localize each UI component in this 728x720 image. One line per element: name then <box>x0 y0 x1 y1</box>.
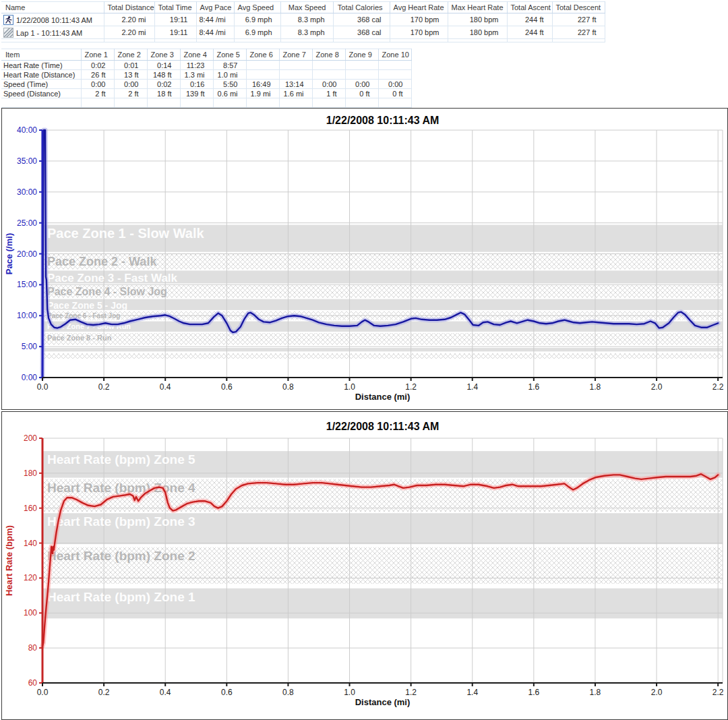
value-cell: 170 bpm <box>390 26 448 39</box>
x-tick-label: 1.6 <box>528 688 540 697</box>
value-cell: 2.20 mi <box>104 26 154 39</box>
table-row[interactable]: Speed (Time)0:000:000:020:165:5016:4913:… <box>1 80 411 89</box>
value-cell <box>345 70 378 80</box>
y-tick-label: 160 <box>24 504 37 513</box>
zone-band <box>42 353 723 359</box>
column-header[interactable]: Total Descent <box>552 2 605 13</box>
value-cell: 0:16 <box>180 80 213 89</box>
zones-table: ItemZone 1Zone 2Zone 3Zone 4Zone 5Zone 6… <box>1 49 412 108</box>
y-tick-label: 0:00 <box>22 373 38 382</box>
value-cell <box>279 61 312 70</box>
row-label-cell: Heart Rate (Distance) <box>1 70 81 80</box>
zone-label: Pace Zone 3 - Fast Walk <box>47 272 178 284</box>
x-tick-label: 2.2 <box>712 688 724 697</box>
value-cell: 0 ft <box>378 89 411 98</box>
column-header[interactable]: Zone 4 <box>180 49 213 61</box>
value-cell: 16:49 <box>246 80 279 89</box>
column-header[interactable]: Max Speed <box>280 2 333 13</box>
y-axis-label: Heart Rate (bpm) <box>4 525 14 596</box>
value-cell: 8.3 mph <box>280 13 333 26</box>
zone-label: Pace Zone 8 - Run <box>47 334 112 342</box>
zone-label: Heart Rate (bpm) Zone 3 <box>47 514 195 529</box>
value-cell: 0:02 <box>147 80 180 89</box>
column-header[interactable]: Zone 8 <box>312 49 345 61</box>
value-cell: 11:23 <box>180 61 213 70</box>
column-header[interactable]: Name <box>1 2 104 13</box>
value-cell: 0 ft <box>345 89 378 98</box>
y-tick-label: 20:00 <box>17 249 37 259</box>
value-cell: 0:00 <box>345 80 378 89</box>
column-header[interactable]: Zone 3 <box>147 49 180 61</box>
value-cell: 1 ft <box>312 89 345 98</box>
value-cell: 368 cal <box>333 26 390 39</box>
column-header[interactable]: Total Distance <box>104 2 154 13</box>
column-header[interactable]: Total Ascent <box>507 2 552 13</box>
column-header[interactable]: Item <box>1 49 81 61</box>
value-cell: 1.3 mi <box>180 70 213 80</box>
value-cell: 139 ft <box>180 89 213 98</box>
column-header[interactable]: Zone 9 <box>345 49 378 61</box>
empty-row <box>1 98 411 108</box>
value-cell <box>378 61 411 70</box>
value-cell: 0:02 <box>81 61 114 70</box>
value-cell: 180 bpm <box>448 13 507 26</box>
value-cell: 6.9 mph <box>234 13 280 26</box>
column-header[interactable]: Zone 1 <box>81 49 114 61</box>
table-row[interactable]: 1/22/2008 10:11:43 AM2.20 mi19:118:44 /m… <box>1 13 605 26</box>
value-cell: 244 ft <box>507 26 552 39</box>
column-header[interactable]: Zone 5 <box>213 49 246 61</box>
value-cell: 1.0 mi <box>213 70 246 80</box>
y-tick-label: 80 <box>28 643 38 653</box>
value-cell: 0:01 <box>114 61 147 70</box>
value-cell <box>279 70 312 80</box>
column-header[interactable]: Avg Pace <box>196 2 234 13</box>
table-row[interactable]: Heart Rate (Time)0:020:010:1411:238:57 <box>1 61 411 70</box>
x-tick-label: 1.4 <box>466 382 478 392</box>
value-cell: 1.9 mi <box>246 89 279 98</box>
x-tick-label: 1.6 <box>528 382 540 392</box>
runner-icon <box>3 15 13 25</box>
value-cell: 227 ft <box>552 13 605 26</box>
y-tick-label: 40:00 <box>17 125 37 135</box>
summary-table: NameTotal DistanceTotal TimeAvg PaceAvg … <box>1 1 605 42</box>
table-row[interactable]: Lap 1 - 10:11:43 AM2.20 mi19:118:44 /mi6… <box>1 26 605 39</box>
value-cell: 0:00 <box>81 80 114 89</box>
value-cell: 2 ft <box>81 89 114 98</box>
x-tick-label: 1.2 <box>405 688 417 697</box>
value-cell: 8:57 <box>213 61 246 70</box>
zone-band <box>42 348 723 351</box>
value-cell: 2 ft <box>114 89 147 98</box>
value-cell: 6.9 mph <box>234 26 280 39</box>
column-header[interactable]: Zone 2 <box>114 49 147 61</box>
column-header[interactable]: Total Calories <box>333 2 390 13</box>
x-tick-label: 2.0 <box>651 688 663 697</box>
column-header[interactable]: Max Heart Rate <box>448 2 507 13</box>
x-tick-label: 0.2 <box>98 382 110 392</box>
column-header[interactable]: Total Time <box>154 2 196 13</box>
zone-band <box>42 333 723 344</box>
column-header[interactable]: Zone 7 <box>279 49 312 61</box>
column-header[interactable]: Zone 10 <box>378 49 411 61</box>
table-row[interactable]: Speed (Distance)2 ft2 ft18 ft139 ft0.6 m… <box>1 89 411 98</box>
column-header[interactable]: Zone 6 <box>246 49 279 61</box>
value-cell: 1.6 mi <box>279 89 312 98</box>
value-cell: 8:44 /mi <box>196 13 234 26</box>
x-tick-label: 0.0 <box>37 382 49 392</box>
value-cell <box>246 70 279 80</box>
column-header[interactable]: Avg Heart Rate <box>390 2 448 13</box>
table-row[interactable]: Heart Rate (Distance)26 ft13 ft148 ft1.3… <box>1 70 411 80</box>
value-cell <box>312 61 345 70</box>
value-cell: 18 ft <box>147 89 180 98</box>
row-label-cell: 1/22/2008 10:11:43 AM <box>1 13 104 26</box>
value-cell <box>246 61 279 70</box>
y-tick-label: 10:00 <box>17 311 37 320</box>
row-label-cell: Lap 1 - 10:11:43 AM <box>1 26 104 39</box>
zone-label: Heart Rate (bpm) Zone 2 <box>47 549 195 563</box>
value-cell: 0:00 <box>378 80 411 89</box>
value-cell: 8:44 /mi <box>196 26 234 39</box>
value-cell: 180 bpm <box>448 26 507 39</box>
zone-label: Pace Zone 1 - Slow Walk <box>47 226 205 241</box>
zone-label: Pace Zone 6 - Fast Jog <box>47 312 120 320</box>
value-cell: 0:00 <box>312 80 345 89</box>
column-header[interactable]: Avg Speed <box>234 2 280 13</box>
